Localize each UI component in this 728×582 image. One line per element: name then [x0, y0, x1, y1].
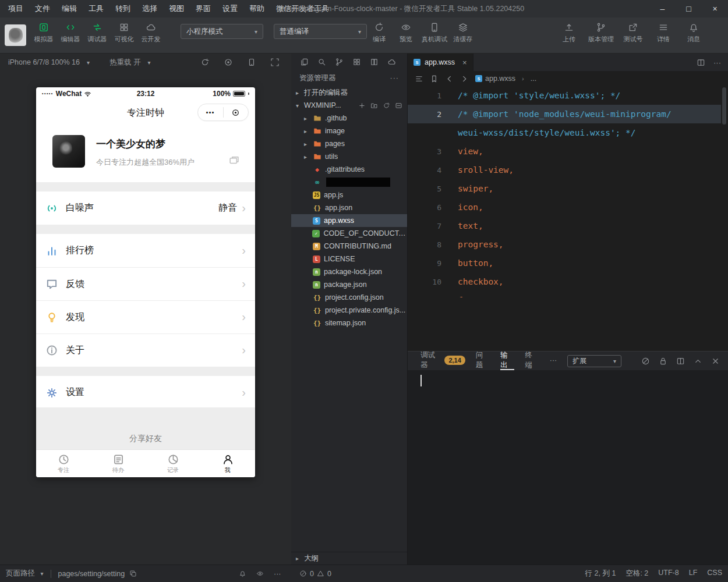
- debug-tab[interactable]: 问题: [476, 352, 490, 370]
- code-line[interactable]: 3view,: [408, 142, 721, 161]
- git-branch-icon[interactable]: [335, 58, 344, 66]
- status-item[interactable]: 空格: 2: [625, 569, 648, 579]
- file-item[interactable]: ▸pages: [291, 137, 407, 150]
- file-item[interactable]: ∞: [291, 176, 407, 189]
- list-cell[interactable]: 排行榜›: [36, 234, 255, 267]
- tab-close-icon[interactable]: ×: [462, 58, 467, 67]
- menu-item[interactable]: 文件: [29, 0, 56, 17]
- breadcrumb-more[interactable]: ...: [531, 74, 536, 83]
- tab-app-wxss[interactable]: S app.wxss ×: [408, 54, 473, 71]
- outline-section[interactable]: ▸ 大纲: [291, 552, 407, 565]
- file-item[interactable]: ✓CODE_OF_CONDUCT.md: [291, 227, 407, 240]
- refresh-small-icon[interactable]: [383, 102, 390, 109]
- refresh-icon[interactable]: [200, 58, 210, 67]
- test-account-button[interactable]: 测试号: [620, 22, 646, 44]
- minimize-button[interactable]: –: [649, 0, 676, 17]
- code-line[interactable]: 11form,: [408, 291, 721, 297]
- code-line[interactable]: 6icon,: [408, 198, 721, 217]
- cloud-icon[interactable]: [387, 58, 396, 66]
- forward-icon[interactable]: [460, 74, 469, 83]
- debug-tab[interactable]: 输出: [500, 352, 514, 370]
- more-icon[interactable]: ···: [274, 570, 281, 578]
- code-line[interactable]: 10checkbox,: [408, 272, 721, 291]
- page-path-dropdown[interactable]: 页面路径 ▾: [6, 569, 44, 579]
- menu-item[interactable]: 设置: [217, 0, 243, 17]
- editor-scrollbar[interactable]: [722, 87, 726, 125]
- debug-tab[interactable]: 调试器2,14: [420, 352, 465, 370]
- screenshot-icon[interactable]: [270, 58, 280, 67]
- output-filter-select[interactable]: 扩展 ▾: [567, 355, 621, 367]
- tabbar-item[interactable]: 我: [200, 450, 255, 477]
- files-icon[interactable]: [300, 58, 309, 66]
- code-line[interactable]: 9button,: [408, 254, 721, 272]
- back-icon[interactable]: [445, 74, 454, 83]
- cloud-dev-button[interactable]: 云开发: [137, 22, 164, 44]
- new-file-icon[interactable]: [358, 102, 366, 109]
- current-page-path[interactable]: pages/setting/setting: [58, 570, 125, 578]
- debug-tab[interactable]: 终端: [525, 352, 539, 370]
- file-item[interactable]: Sapp.wxss: [291, 214, 407, 227]
- preview-button[interactable]: 预览: [393, 22, 419, 44]
- open-editors-section[interactable]: ▸ 打开的编辑器: [291, 86, 407, 99]
- file-item[interactable]: {}app.json: [291, 201, 407, 214]
- status-item[interactable]: UTF-8: [658, 569, 678, 579]
- close-button[interactable]: ×: [702, 0, 728, 17]
- device-select[interactable]: iPhone 6/7/8 100% 16: [8, 58, 80, 66]
- close-panel-icon[interactable]: [711, 357, 720, 365]
- visualization-button[interactable]: 可视化: [111, 22, 137, 44]
- code-line[interactable]: 7text,: [408, 217, 721, 235]
- menu-item[interactable]: 帮助: [243, 0, 270, 17]
- rotate-icon[interactable]: [247, 58, 256, 67]
- more-icon[interactable]: ···: [713, 58, 721, 67]
- collapse-icon[interactable]: [395, 102, 402, 109]
- output-console[interactable]: [408, 370, 728, 565]
- debugger-button[interactable]: 调试器: [84, 22, 111, 44]
- mode-select[interactable]: 小程序模式 ▾: [181, 24, 263, 39]
- lock-icon[interactable]: [659, 357, 667, 365]
- hot-reload-toggle[interactable]: 热重载 开: [109, 58, 140, 68]
- status-item[interactable]: LF: [689, 569, 698, 579]
- file-item[interactable]: npackage.json: [291, 278, 407, 291]
- file-item[interactable]: ▸utils: [291, 150, 407, 163]
- device-debug-button[interactable]: 真机调试: [419, 22, 450, 44]
- bookmark-icon[interactable]: [430, 74, 439, 83]
- problem-counts[interactable]: 0 0: [299, 570, 331, 578]
- split-panel-icon[interactable]: [676, 357, 685, 365]
- menu-item[interactable]: 转到: [109, 0, 136, 17]
- maximize-button[interactable]: □: [676, 0, 702, 17]
- file-item[interactable]: {}project.private.config.js...: [291, 304, 407, 317]
- status-item[interactable]: 行 2, 列 1: [585, 569, 616, 579]
- capsule-more-button[interactable]: •••: [198, 109, 223, 116]
- file-item[interactable]: LLICENSE: [291, 253, 407, 265]
- record-icon[interactable]: [224, 58, 233, 67]
- modules-icon[interactable]: [352, 58, 361, 66]
- list-cell[interactable]: 关于›: [36, 333, 255, 367]
- breadcrumb-file[interactable]: S app.wxss: [475, 74, 515, 83]
- visibility-icon[interactable]: [256, 570, 264, 578]
- profile-row[interactable]: 一个美少女的梦 今日专注力超越全国36%用户: [36, 134, 255, 180]
- new-folder-icon[interactable]: [370, 102, 378, 109]
- compile-mode-select[interactable]: 普通编译 ▾: [274, 24, 367, 39]
- editor-button[interactable]: 编辑器: [57, 22, 84, 44]
- file-item[interactable]: npackage-lock.json: [291, 265, 407, 278]
- code-line[interactable]: weui-wxss/dist/style/weui.wxss'; */: [408, 123, 721, 142]
- list-cell[interactable]: 反馈›: [36, 267, 255, 300]
- code-line[interactable]: 8progress,: [408, 235, 721, 254]
- split-editor-icon[interactable]: [697, 58, 705, 67]
- clear-cache-button[interactable]: 清缓存: [450, 22, 476, 44]
- upload-button[interactable]: 上传: [556, 22, 582, 44]
- menu-item[interactable]: 编辑: [56, 0, 83, 17]
- outline-list-icon[interactable]: [415, 74, 423, 83]
- menu-item[interactable]: 界面: [190, 0, 217, 17]
- capsule-exit-button[interactable]: [224, 108, 249, 117]
- tabbar-item[interactable]: 记录: [146, 450, 200, 477]
- file-item[interactable]: {}sitemap.json: [291, 317, 407, 329]
- file-item[interactable]: {}project.config.json: [291, 291, 407, 304]
- status-item[interactable]: CSS: [707, 569, 722, 579]
- menu-item[interactable]: 项目: [2, 0, 29, 17]
- menu-item[interactable]: 工具: [83, 0, 109, 17]
- list-cell[interactable]: 白噪声静音›: [36, 191, 255, 225]
- tabbar-item[interactable]: 专注: [36, 450, 91, 477]
- more-icon[interactable]: ···: [390, 74, 400, 82]
- code-line[interactable]: 5swiper,: [408, 179, 721, 198]
